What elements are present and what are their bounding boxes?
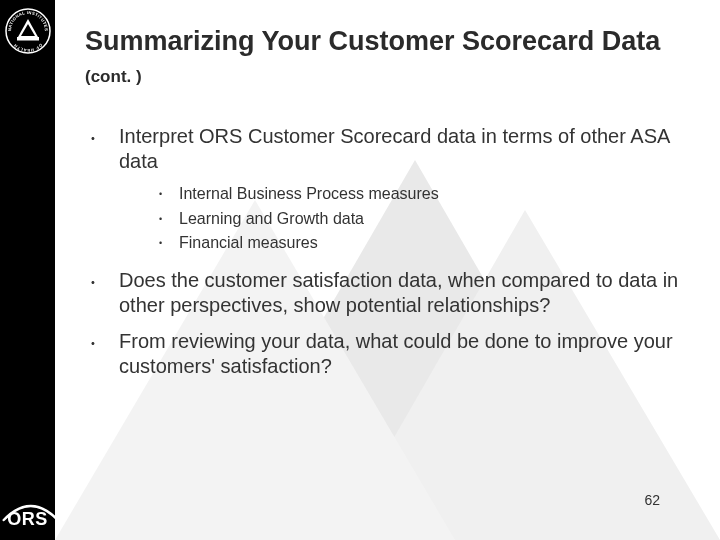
svg-rect-8 xyxy=(17,37,39,41)
ors-logo: ORS xyxy=(7,510,48,528)
content-area: Summarizing Your Customer Scorecard Data… xyxy=(85,26,688,390)
bullet-list: Interpret ORS Customer Scorecard data in… xyxy=(85,124,688,380)
slide-title: Summarizing Your Customer Scorecard Data… xyxy=(85,26,688,90)
list-item: Interpret ORS Customer Scorecard data in… xyxy=(85,124,688,254)
bullet-text: From reviewing your data, what could be … xyxy=(119,330,673,378)
bullet-text: Learning and Growth data xyxy=(179,210,364,227)
bullet-text: Interpret ORS Customer Scorecard data in… xyxy=(119,125,669,173)
bullet-text: Does the customer satisfaction data, whe… xyxy=(119,269,678,317)
list-item: Learning and Growth data xyxy=(119,208,688,230)
sub-bullet-list: Internal Business Process measures Learn… xyxy=(119,183,688,254)
bullet-text: Internal Business Process measures xyxy=(179,185,439,202)
title-main: Summarizing Your Customer Scorecard Data xyxy=(85,26,660,56)
slide: NATIONAL INSTITUTES OF HEALTH ORS Summar… xyxy=(0,0,720,540)
nih-logo-icon: NATIONAL INSTITUTES OF HEALTH xyxy=(5,8,51,54)
ors-arc-icon xyxy=(1,498,59,522)
list-item: Financial measures xyxy=(119,232,688,254)
list-item: From reviewing your data, what could be … xyxy=(85,329,688,380)
bullet-text: Financial measures xyxy=(179,234,318,251)
title-cont: (cont. ) xyxy=(85,67,142,86)
list-item: Does the customer satisfaction data, whe… xyxy=(85,268,688,319)
left-sidebar: NATIONAL INSTITUTES OF HEALTH ORS xyxy=(0,0,55,540)
list-item: Internal Business Process measures xyxy=(119,183,688,205)
page-number: 62 xyxy=(644,492,660,508)
